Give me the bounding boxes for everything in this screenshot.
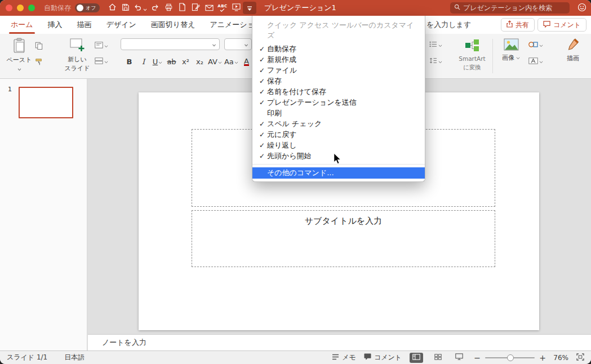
fit-slide-button[interactable] [576,353,584,362]
save-icon [122,3,130,14]
menu-item-undo[interactable]: ✓元に戻す [252,129,425,140]
feedback-button[interactable] [577,3,586,14]
notes-toggle-button[interactable]: メモ [332,353,356,362]
new-slide-button[interactable]: 新しい スライド [61,35,94,72]
format-painter-button[interactable] [35,57,43,68]
autosave-toggle[interactable]: オフ [75,3,100,12]
normal-view-button[interactable] [410,353,423,363]
redo-button[interactable] [148,2,162,14]
insert-picture-button[interactable]: 画像 [497,35,525,62]
font-color-button[interactable]: A [240,56,253,68]
slideshow-view-button[interactable] [452,353,466,363]
menu-item-spell-check[interactable]: ✓スペル チェック [252,118,425,129]
tab-transitions[interactable]: 画面切り替え [144,16,203,34]
tab-home[interactable]: ホーム [3,16,41,34]
tab-draw[interactable]: 描画 [70,16,99,34]
search-placeholder: プレゼンテーション内を検索 [463,3,553,13]
language-indicator[interactable]: 日本語 [64,353,85,362]
convert-to-smartart-button[interactable]: SmartArt に変換 [455,36,489,71]
search-input[interactable]: プレゼンテーション内を検索 [450,2,570,14]
slide-layout-button[interactable] [95,40,108,51]
save-as-button[interactable] [189,2,202,14]
menu-item-repeat[interactable]: ✓繰り返し [252,140,425,150]
save-button[interactable] [119,2,132,14]
line-spacing-button[interactable] [429,56,442,67]
tab-design[interactable]: デザイン [99,16,144,34]
undo-button[interactable] [132,2,148,14]
font-name-combo[interactable] [121,38,220,50]
subscript-button[interactable]: x₂ [193,56,206,68]
zoom-level[interactable]: 76% [550,354,568,362]
copy-button[interactable] [35,41,43,52]
tab-insert[interactable]: 挿入 [41,16,70,34]
superscript-button[interactable]: x² [179,56,192,68]
share-button[interactable]: 共有 [501,18,535,32]
bullets-button[interactable] [429,39,442,51]
slide-counter: スライド 1/1 [7,353,47,362]
minimize-button[interactable] [17,5,24,11]
chevron-down-icon [158,57,162,66]
comments-toggle-button[interactable]: コメント [364,353,402,362]
smartart-label-line1: SmartArt [459,55,485,63]
slideshow-icon [455,353,463,362]
group-divider [492,39,493,73]
subtitle-placeholder[interactable]: サブタイトルを入力 [192,210,495,267]
menu-item-new[interactable]: ✓新規作成 [252,54,425,65]
menu-item-save-as[interactable]: ✓名前を付けて保存 [252,86,425,97]
print-button[interactable] [162,2,175,14]
start-slideshow-button[interactable] [229,2,243,14]
tellme-search[interactable]: を入力します [426,16,471,34]
menu-item-autosave[interactable]: ✓自動保存 [252,43,425,54]
zoom-in-button[interactable]: + [539,353,546,362]
menu-item-file[interactable]: ✓ファイル [252,65,425,76]
chevron-down-icon [539,58,543,65]
chevron-down-icon [17,65,21,73]
home-button[interactable] [105,2,119,14]
font-format-buttons: B I U ab x² x₂ AV Aa A [123,56,253,68]
chevron-down-icon [234,57,238,66]
menu-item-print[interactable]: 印刷 [252,108,425,118]
paste-label: ペースト [7,56,32,64]
draw-button[interactable]: 描画 [559,35,587,63]
envelope-icon [205,3,214,14]
new-document-icon [179,3,186,14]
document-title: プレゼンテーション1 [264,3,336,13]
insert-textbox-button[interactable] [528,56,543,67]
pencil-icon [567,38,579,54]
undo-icon [134,3,142,14]
mouse-cursor [333,153,341,167]
menu-item-more-commands[interactable]: その他のコマンド... [252,167,425,179]
section-button[interactable] [95,56,108,67]
spellcheck-button[interactable]: ABC [216,2,229,14]
underline-button[interactable]: U [151,56,164,68]
strikethrough-button[interactable]: ab [165,56,178,68]
slide-sorter-view-button[interactable] [431,353,445,363]
bold-button[interactable]: B [123,56,136,68]
character-spacing-button[interactable]: AV [207,56,223,68]
insert-shape-button[interactable] [528,39,543,51]
slider-knob[interactable] [507,354,514,361]
traffic-lights [6,5,35,11]
draw-label: 描画 [567,55,579,63]
shapes-icon [528,41,538,50]
italic-button[interactable]: I [137,56,150,68]
comments-button[interactable]: コメント [537,18,586,32]
paragraph-small-buttons-1 [429,39,442,67]
new-presentation-button[interactable] [175,2,189,14]
close-button[interactable] [6,5,12,11]
menu-item-send-presentation[interactable]: ✓プレゼンテーションを送信 [252,97,425,108]
titlebar: 自動保存 オフ ABC プレゼンテーション1 プレゼンテーション内を検索 [0,0,591,16]
send-presentation-button[interactable] [202,2,216,14]
paste-button[interactable]: ペースト [5,35,34,73]
customize-quick-access-button[interactable] [243,2,256,14]
change-case-button[interactable]: Aa [224,56,239,68]
zoom-out-button[interactable]: − [474,353,481,362]
menu-item-save[interactable]: ✓保存 [252,76,425,86]
zoom-slider[interactable] [485,354,535,362]
fullscreen-button[interactable] [28,5,35,11]
notes-pane[interactable]: ノートを入力 [88,334,591,350]
font-size-combo[interactable] [224,38,252,50]
picture-icon [504,38,519,53]
smiley-icon [577,3,586,14]
slide-thumbnail[interactable] [19,87,73,118]
